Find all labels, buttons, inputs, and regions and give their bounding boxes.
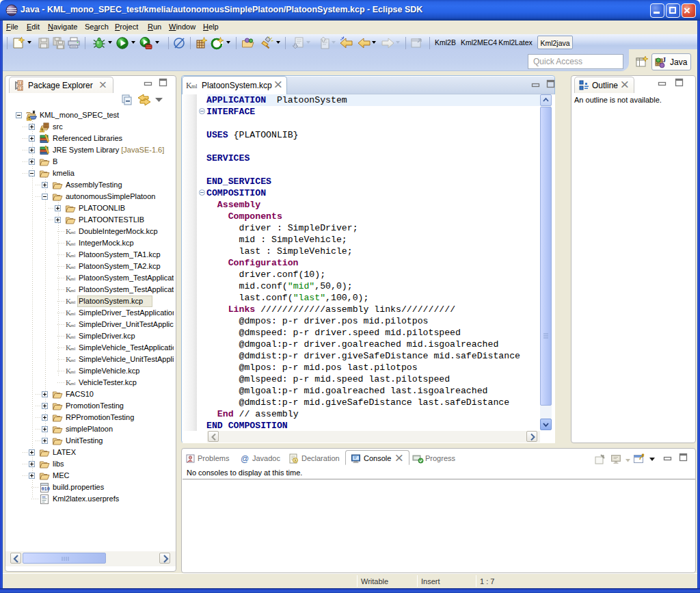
svg-text:ml: ml bbox=[70, 300, 75, 305]
svg-text:ml: ml bbox=[70, 358, 75, 363]
svg-text:J: J bbox=[662, 56, 666, 64]
svg-text:ml: ml bbox=[70, 241, 75, 247]
svg-text:ml: ml bbox=[70, 381, 75, 386]
svg-text:ml: ml bbox=[70, 230, 75, 235]
svg-text:010: 010 bbox=[41, 486, 50, 492]
svg-text:ml: ml bbox=[70, 346, 75, 352]
svg-text:ml: ml bbox=[70, 288, 75, 293]
svg-text:ml: ml bbox=[70, 253, 75, 259]
svg-text:ml: ml bbox=[70, 276, 75, 282]
svg-text:ml: ml bbox=[70, 334, 75, 340]
svg-text:λ: λ bbox=[295, 458, 297, 462]
svg-text:ml: ml bbox=[70, 323, 75, 328]
svg-text:ml: ml bbox=[70, 369, 75, 375]
svg-text:ml: ml bbox=[70, 265, 75, 270]
svg-text:ml: ml bbox=[191, 83, 198, 90]
svg-text:ml: ml bbox=[70, 311, 75, 317]
